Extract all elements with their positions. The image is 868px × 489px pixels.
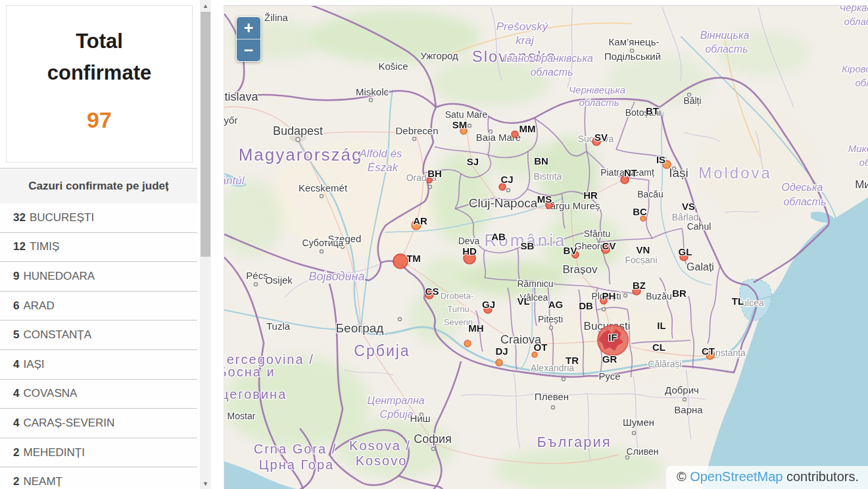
sidebar-scrollbar[interactable]: ▲ ▼ — [200, 0, 211, 489]
county-code-label: AR — [413, 215, 427, 226]
county-code-label: HD — [462, 245, 477, 257]
map-label: Turnu — [447, 304, 469, 314]
map-label: Сливен — [627, 446, 659, 457]
map-label: Черкас — [839, 6, 868, 13]
map-label: ántúl — [224, 174, 245, 187]
case-marker-MH[interactable] — [464, 340, 471, 347]
county-code-label: TL — [732, 296, 744, 307]
romania-cases-map[interactable]: SlovenskoMagyarországMoldovaСрбијаБългар… — [224, 6, 868, 489]
map-label: Prešovský — [496, 20, 549, 33]
scrollbar-down-arrow-icon[interactable]: ▼ — [200, 478, 211, 489]
map-label: область — [579, 97, 619, 108]
county-code-label: NT — [624, 167, 637, 178]
map-label: Pitești — [538, 314, 563, 324]
map-label: Добрич — [665, 384, 699, 396]
county-code-label: OT — [534, 342, 548, 353]
county-row[interactable]: 6ARAD — [0, 292, 197, 321]
county-code-label: BH — [427, 168, 442, 179]
map-label: София — [414, 432, 452, 446]
map-attribution: © OpenStreetMap contributors. — [666, 466, 868, 489]
county-row[interactable]: 5CONSTANȚA — [0, 321, 197, 350]
county-name: TIMIȘ — [30, 240, 59, 253]
map-label: область — [530, 66, 573, 78]
county-row[interactable]: 4IAȘI — [0, 350, 197, 380]
county-code-label: GR — [602, 353, 617, 365]
county-code-label: VS — [682, 201, 695, 212]
map-label: Tuzla — [266, 321, 291, 332]
county-code-label: SV — [594, 132, 608, 143]
map-label: область — [705, 43, 748, 55]
county-count: 9 — [13, 270, 19, 283]
map-label: Подільський — [604, 51, 661, 62]
map-label: ерцеговина — [224, 387, 287, 401]
map-container[interactable]: SlovenskoMagyarországMoldovaСрбијаБългар… — [224, 5, 868, 489]
map-label: Централна — [367, 395, 424, 406]
county-code-label: BZ — [633, 280, 646, 291]
county-name: COVASNA — [23, 387, 77, 400]
map-label: Ми — [855, 178, 868, 191]
map-label: Босна и — [224, 365, 276, 379]
map-label: Шумен — [623, 417, 654, 428]
county-count: 6 — [13, 299, 19, 313]
map-label: облас — [844, 16, 868, 27]
county-row[interactable]: 12TIMIȘ — [0, 233, 197, 263]
county-row[interactable]: 32BUCUREȘTI — [0, 203, 197, 233]
county-row[interactable]: 2NEAMȚ — [0, 467, 197, 489]
county-code-label: IL — [657, 320, 665, 331]
map-label: Чернівецька — [569, 84, 625, 95]
county-row[interactable]: 4CARAȘ-SEVERIN — [0, 409, 197, 438]
county-code-label: BR — [672, 288, 687, 299]
map-label: Ниш — [410, 413, 430, 424]
map-label: Bălți — [683, 95, 701, 106]
county-code-label: MH — [468, 322, 483, 334]
county-row[interactable]: 9HUNEDOARA — [0, 262, 197, 292]
county-code-label: GJ — [482, 299, 495, 310]
map-label: Cahul — [687, 221, 711, 232]
map-label: Београд — [336, 321, 384, 335]
scrollbar-up-arrow-icon[interactable]: ▲ — [200, 0, 211, 11]
case-marker-MM[interactable] — [512, 131, 518, 138]
map-label: Miskolc — [356, 86, 389, 97]
map-label: Osijek — [265, 274, 293, 286]
zoom-out-button[interactable]: − — [237, 39, 260, 61]
map-label: Iași — [669, 166, 688, 180]
map-label: Észak — [368, 161, 399, 174]
scrollbar-thumb[interactable] — [201, 12, 210, 257]
county-name: IAȘI — [23, 358, 44, 371]
map-label: Кам’янець- — [609, 36, 660, 47]
county-code-label: CL — [652, 342, 665, 353]
map-label: область — [783, 196, 826, 207]
map-label: Deva — [458, 236, 480, 246]
county-count: 4 — [13, 417, 19, 430]
map-label: yőr — [224, 115, 237, 126]
map-label: Мико — [848, 143, 868, 154]
county-count: 2 — [13, 475, 19, 488]
map-label: kraj — [516, 34, 535, 47]
county-code-label: GL — [679, 246, 692, 257]
county-code-label: AB — [491, 231, 506, 242]
county-count: 2 — [13, 446, 19, 459]
county-code-label: SB — [521, 240, 535, 251]
case-marker-OT[interactable] — [532, 352, 537, 357]
county-name: BUCUREȘTI — [30, 211, 94, 224]
county-code-label: CS — [425, 286, 439, 297]
county-count: 12 — [13, 240, 26, 253]
county-code-label: VL — [517, 296, 529, 307]
county-code-label: CJ — [500, 174, 513, 185]
case-marker-DJ[interactable] — [496, 359, 502, 366]
county-row[interactable]: 2MEHEDINȚI — [0, 438, 197, 468]
openstreetmap-link[interactable]: OpenStreetMap — [690, 469, 783, 484]
county-code-label: SM — [452, 119, 468, 130]
map-label: Kosova / — [349, 438, 411, 453]
county-code-label: MM — [519, 123, 536, 134]
map-label: Bârlad — [672, 212, 698, 222]
county-code-label: IF — [608, 332, 617, 343]
map-label: Moldova — [698, 164, 772, 182]
county-row[interactable]: 4COVASNA — [0, 380, 197, 409]
attribution-suffix: contributors. — [783, 469, 859, 484]
county-code-label: MS — [537, 193, 552, 205]
map-label: Budapest — [273, 124, 323, 138]
case-marker-TM[interactable] — [393, 254, 408, 269]
zoom-in-button[interactable]: + — [237, 17, 260, 39]
county-name: HUNEDOARA — [23, 270, 95, 283]
